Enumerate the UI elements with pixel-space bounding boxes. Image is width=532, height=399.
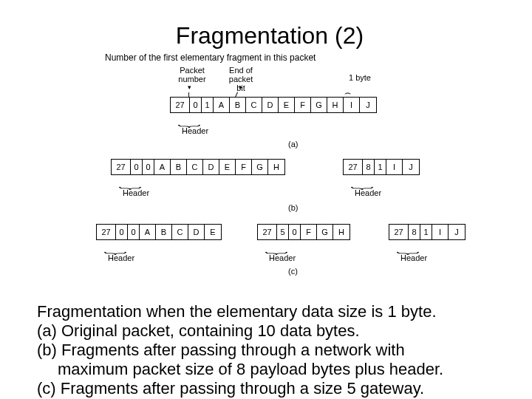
packet-cell: C bbox=[187, 160, 203, 174]
packet-cell: B bbox=[156, 225, 172, 239]
packet-cell: C bbox=[172, 225, 188, 239]
packet-cell: 8 bbox=[409, 225, 420, 239]
header-label: Header bbox=[182, 126, 208, 135]
packet-cell: D bbox=[203, 160, 219, 174]
row-b: 27 0 0 A B C D E F G H 27 8 1 I J ⏟ Head… bbox=[37, 154, 502, 221]
row-c: 27 0 0 A B C D E 27 5 0 F G H 27 8 1 bbox=[37, 221, 502, 287]
packet-cell: 1 bbox=[420, 225, 432, 239]
packet-cell: A bbox=[214, 98, 230, 112]
packet-cell: A bbox=[140, 225, 156, 239]
packet-cell: E bbox=[219, 160, 236, 174]
packet-cell: H bbox=[333, 225, 349, 239]
packet-cell: B bbox=[230, 98, 246, 112]
annotation-one-byte: 1 byte bbox=[347, 73, 372, 82]
row-a: Packet number End of packet bit 1 byte ▾… bbox=[37, 66, 502, 154]
packet-cell: J bbox=[403, 160, 419, 174]
header-label: Header bbox=[355, 188, 381, 197]
packet-cell: G bbox=[252, 160, 268, 174]
packet-cell: 8 bbox=[363, 160, 375, 174]
packet-cell: A bbox=[154, 160, 171, 174]
packet-cell: 0 bbox=[116, 225, 128, 239]
packet-c1: 27 0 0 A B C D E bbox=[96, 224, 222, 240]
packet-cell: 27 bbox=[258, 225, 277, 239]
packet-cell: H bbox=[268, 160, 284, 174]
figure-label-b: (b) bbox=[288, 203, 298, 212]
packet-cell: C bbox=[246, 98, 262, 112]
packet-cell: I bbox=[386, 160, 403, 174]
header-label: Header bbox=[108, 253, 134, 262]
packet-cell: F bbox=[301, 225, 317, 239]
packet-b2: 27 8 1 I J bbox=[343, 159, 420, 175]
figure-label-a: (a) bbox=[288, 140, 298, 149]
figure-label-c: (c) bbox=[288, 267, 298, 276]
packet-c3: 27 8 1 I J bbox=[389, 224, 466, 240]
packet-cell: 5 bbox=[277, 225, 289, 239]
packet-cell: 27 bbox=[97, 225, 116, 239]
packet-cell: G bbox=[317, 225, 333, 239]
packet-cell: 0 bbox=[289, 225, 301, 239]
packet-cell: 27 bbox=[389, 225, 409, 239]
packet-cell: 27 bbox=[344, 160, 363, 174]
packet-cell: 0 bbox=[131, 160, 143, 174]
packet-cell: E bbox=[205, 225, 221, 239]
packet-a: 27 0 1 A B C D E F G H I J bbox=[170, 97, 377, 113]
packet-cell: D bbox=[262, 98, 279, 112]
explanation-b: (b) Fragments after passing through a ne… bbox=[37, 341, 502, 360]
page-title: Fragmentation (2) bbox=[37, 22, 502, 50]
explanation-b-cont: maximum packet size of 8 payload bytes p… bbox=[37, 360, 502, 379]
explanation-a: (a) Original packet, containing 10 data … bbox=[37, 321, 502, 341]
header-label: Header bbox=[123, 188, 149, 197]
explanation-intro: Fragmentation when the elementary data s… bbox=[37, 302, 502, 321]
packet-cell: I bbox=[432, 225, 449, 239]
fragment-number-caption: Number of the first elementary fragment … bbox=[105, 52, 502, 63]
packet-cell: J bbox=[449, 225, 465, 239]
packet-cell: F bbox=[236, 160, 252, 174]
explanation-c: (c) Fragments after passing through a si… bbox=[37, 379, 502, 398]
packet-cell: J bbox=[360, 98, 376, 112]
packet-cell: 1 bbox=[202, 98, 214, 112]
packet-cell: F bbox=[295, 98, 311, 112]
packet-cell: I bbox=[344, 98, 360, 112]
explanation-text: Fragmentation when the elementary data s… bbox=[37, 302, 502, 398]
packet-c2: 27 5 0 F G H bbox=[257, 224, 350, 240]
packet-cell: 0 bbox=[143, 160, 154, 174]
packet-cell: 1 bbox=[375, 160, 386, 174]
packet-cell: D bbox=[188, 225, 205, 239]
packet-cell: E bbox=[279, 98, 295, 112]
packet-cell: G bbox=[311, 98, 327, 112]
packet-cell: H bbox=[327, 98, 344, 112]
fragmentation-diagram: Packet number End of packet bit 1 byte ▾… bbox=[37, 66, 502, 287]
packet-cell: 27 bbox=[171, 98, 190, 112]
packet-cell: 27 bbox=[112, 160, 131, 174]
header-label: Header bbox=[400, 253, 427, 262]
packet-cell: 0 bbox=[190, 98, 202, 112]
packet-cell: 0 bbox=[128, 225, 140, 239]
packet-cell: B bbox=[171, 160, 187, 174]
packet-b1: 27 0 0 A B C D E F G H bbox=[111, 159, 285, 175]
header-label: Header bbox=[269, 253, 296, 262]
annotation-packet-number: Packet number bbox=[174, 66, 210, 83]
